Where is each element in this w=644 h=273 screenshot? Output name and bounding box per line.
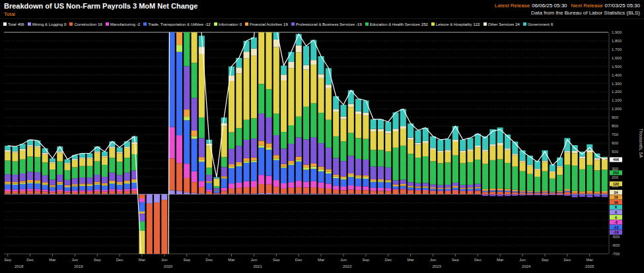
bar-segment[interactable] (79, 185, 85, 186)
bar-segment[interactable] (5, 191, 11, 194)
bar-segment[interactable] (482, 191, 488, 192)
bar-segment[interactable] (415, 187, 421, 188)
bar-segment[interactable] (355, 111, 361, 114)
bar-segment[interactable] (505, 148, 511, 150)
bar-segment[interactable] (50, 179, 55, 185)
bar-segment[interactable] (318, 183, 324, 188)
bar-segment[interactable] (333, 112, 339, 136)
bar-segment[interactable] (340, 105, 346, 117)
bar-segment[interactable] (229, 81, 234, 133)
bar-segment[interactable] (348, 194, 354, 195)
bar-segment[interactable] (184, 29, 190, 66)
bar-segment[interactable] (326, 84, 332, 88)
bar-segment[interactable] (251, 158, 257, 161)
bar-segment[interactable] (20, 181, 26, 183)
bar-segment[interactable] (124, 189, 130, 191)
bar-segment[interactable] (244, 51, 250, 58)
bar-segment[interactable] (310, 104, 316, 137)
bar-segment[interactable] (557, 167, 563, 175)
bar-segment[interactable] (5, 183, 11, 184)
bar-segment[interactable] (109, 146, 115, 148)
bar-stack[interactable] (572, 145, 578, 197)
bar-segment[interactable] (34, 148, 40, 158)
bar-segment[interactable] (452, 191, 458, 194)
bar-segment[interactable] (131, 183, 137, 189)
bar-segment[interactable] (94, 153, 100, 162)
bar-segment[interactable] (408, 138, 413, 140)
bar-segment[interactable] (199, 162, 205, 181)
bar-segment[interactable] (475, 194, 481, 195)
bar-segment[interactable] (102, 186, 108, 190)
bar-segment[interactable] (42, 194, 48, 195)
bar-segment[interactable] (296, 157, 302, 160)
bar-segment[interactable] (527, 166, 533, 173)
bar-segment[interactable] (236, 67, 242, 73)
bar-segment[interactable] (65, 185, 71, 187)
bar-segment[interactable] (184, 164, 190, 178)
bar-segment[interactable] (348, 189, 354, 193)
bar-segment[interactable] (579, 195, 585, 195)
bar-stack[interactable] (363, 100, 369, 194)
bar-segment[interactable] (213, 193, 219, 194)
bar-segment[interactable] (72, 194, 78, 195)
bar-segment[interactable] (236, 183, 242, 188)
bar-segment[interactable] (534, 169, 540, 169)
bar-segment[interactable] (579, 191, 585, 193)
bar-segment[interactable] (12, 189, 18, 191)
bar-segment[interactable] (430, 187, 436, 189)
bar-segment[interactable] (340, 190, 346, 193)
bar-segment[interactable] (468, 149, 474, 151)
bar-segment[interactable] (117, 147, 123, 152)
bar-segment[interactable] (79, 192, 85, 194)
bar-segment[interactable] (12, 184, 18, 185)
bar-segment[interactable] (79, 190, 85, 191)
bar-segment[interactable] (534, 191, 540, 192)
bar-segment[interactable] (310, 65, 316, 104)
bar-segment[interactable] (65, 187, 71, 187)
bar-segment[interactable] (437, 163, 443, 185)
bar-segment[interactable] (310, 60, 316, 65)
bar-segment[interactable] (229, 189, 234, 194)
bar-segment[interactable] (206, 183, 212, 189)
bar-segment[interactable] (326, 173, 332, 183)
bar-segment[interactable] (12, 153, 18, 162)
bar-stack[interactable] (445, 139, 451, 195)
bar-segment[interactable] (281, 148, 287, 164)
bar-segment[interactable] (139, 265, 145, 268)
bar-segment[interactable] (408, 191, 413, 194)
bar-segment[interactable] (408, 190, 413, 191)
bar-segment[interactable] (602, 191, 608, 193)
bar-segment[interactable] (288, 165, 294, 182)
bar-segment[interactable] (221, 179, 227, 188)
bar-segment[interactable] (12, 194, 18, 195)
bar-segment[interactable] (430, 150, 436, 162)
bar-segment[interactable] (34, 180, 40, 182)
bar-segment[interactable] (213, 186, 219, 188)
bar-segment[interactable] (415, 191, 421, 194)
bar-segment[interactable] (602, 195, 608, 196)
bar-segment[interactable] (296, 162, 302, 181)
bar-segment[interactable] (12, 185, 18, 189)
bar-segment[interactable] (437, 185, 443, 188)
bar-stack[interactable] (258, 29, 264, 195)
bar-segment[interactable] (572, 195, 578, 197)
bar-segment[interactable] (460, 191, 466, 194)
legend-item[interactable]: Financial Activities19 (245, 22, 288, 26)
bar-segment[interactable] (229, 194, 234, 195)
bar-segment[interactable] (326, 148, 332, 169)
bar-segment[interactable] (206, 192, 212, 194)
bar-segment[interactable] (468, 191, 474, 194)
bar-segment[interactable] (371, 182, 376, 188)
bar-segment[interactable] (452, 190, 458, 191)
bar-segment[interactable] (192, 98, 197, 131)
chart-plot-area[interactable]: -700-600-500-400-300-200-100010020030040… (0, 29, 644, 273)
bar-segment[interactable] (497, 145, 503, 160)
bar-segment[interactable] (65, 192, 71, 194)
bar-segment[interactable] (378, 188, 384, 191)
bar-segment[interactable] (489, 160, 495, 189)
bar-segment[interactable] (109, 189, 115, 191)
bar-segment[interactable] (415, 188, 421, 190)
bar-stack[interactable] (303, 46, 309, 195)
bar-segment[interactable] (310, 187, 316, 193)
bar-segment[interactable] (288, 161, 294, 164)
